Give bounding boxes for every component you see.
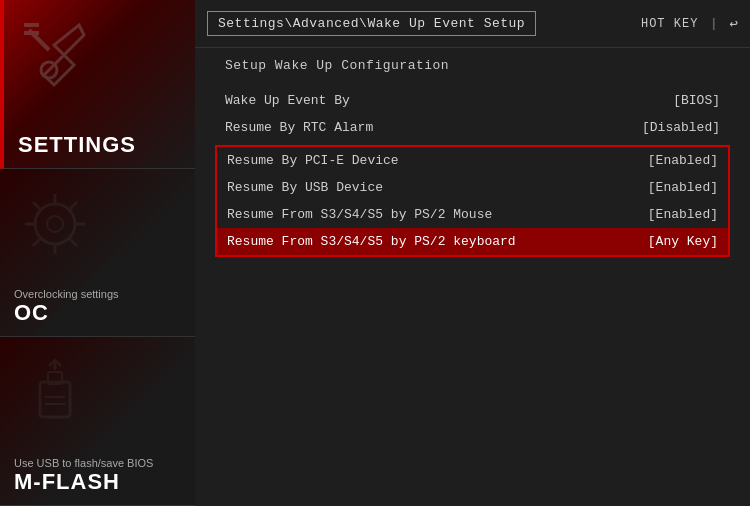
sidebar-mflash-label: M-FLASH (14, 469, 181, 495)
table-row[interactable]: Wake Up Event By [BIOS] (215, 87, 730, 114)
oc-icon (15, 184, 95, 269)
table-row[interactable]: Resume From S3/S4/S5 by PS/2 Mouse [Enab… (217, 201, 728, 228)
table-row[interactable]: Resume By PCI-E Device [Enabled] (217, 147, 728, 174)
row-value: [BIOS] (673, 93, 720, 108)
svg-line-13 (33, 239, 40, 246)
sidebar-item-mflash[interactable]: Use USB to flash/save BIOS M-FLASH (0, 337, 195, 506)
settings-area: Setup Wake Up Configuration Wake Up Even… (195, 48, 750, 506)
row-label: Resume By RTC Alarm (225, 120, 373, 135)
sidebar-item-settings[interactable]: SETTINGS (0, 0, 195, 169)
header-bar: Settings\Advanced\Wake Up Event Setup HO… (195, 0, 750, 48)
sidebar-settings-label: SETTINGS (18, 132, 181, 158)
section-title: Setup Wake Up Configuration (215, 58, 730, 73)
svg-rect-14 (40, 382, 70, 417)
breadcrumb: Settings\Advanced\Wake Up Event Setup (207, 11, 536, 36)
row-value: [Any Key] (648, 234, 718, 249)
table-row[interactable]: Resume By RTC Alarm [Disabled] (215, 114, 730, 141)
highlight-group: Resume By PCI-E Device [Enabled] Resume … (215, 145, 730, 257)
svg-line-10 (33, 202, 40, 209)
svg-point-4 (35, 204, 75, 244)
sidebar: SETTINGS Overclocking settings (0, 0, 195, 506)
row-label: Resume By USB Device (227, 180, 383, 195)
row-label: Resume From S3/S4/S5 by PS/2 keyboard (227, 234, 516, 249)
row-value: [Enabled] (648, 207, 718, 222)
separator: | (710, 17, 717, 31)
row-value: [Enabled] (648, 180, 718, 195)
header-right: HOT KEY | ↩ (641, 15, 738, 32)
sidebar-mflash-sublabel: Use USB to flash/save BIOS (14, 457, 181, 469)
row-label: Resume By PCI-E Device (227, 153, 399, 168)
svg-line-12 (70, 202, 77, 209)
undo-icon[interactable]: ↩ (730, 15, 738, 32)
svg-line-11 (70, 239, 77, 246)
sidebar-oc-label: OC (14, 300, 181, 326)
settings-icon (19, 15, 99, 100)
row-value: [Enabled] (648, 153, 718, 168)
sidebar-oc-sublabel: Overclocking settings (14, 288, 181, 300)
table-row[interactable]: Resume By USB Device [Enabled] (217, 174, 728, 201)
breadcrumb-text: Settings\Advanced\Wake Up Event Setup (218, 16, 525, 31)
row-value: [Disabled] (642, 120, 720, 135)
mflash-icon (15, 352, 95, 437)
hotkey-label: HOT KEY (641, 17, 698, 31)
table-row[interactable]: Resume From S3/S4/S5 by PS/2 keyboard [A… (217, 228, 728, 255)
main-content: Settings\Advanced\Wake Up Event Setup HO… (195, 0, 750, 506)
row-label: Wake Up Event By (225, 93, 350, 108)
row-label: Resume From S3/S4/S5 by PS/2 Mouse (227, 207, 492, 222)
svg-point-5 (47, 216, 63, 232)
sidebar-item-oc[interactable]: Overclocking settings OC (0, 169, 195, 336)
